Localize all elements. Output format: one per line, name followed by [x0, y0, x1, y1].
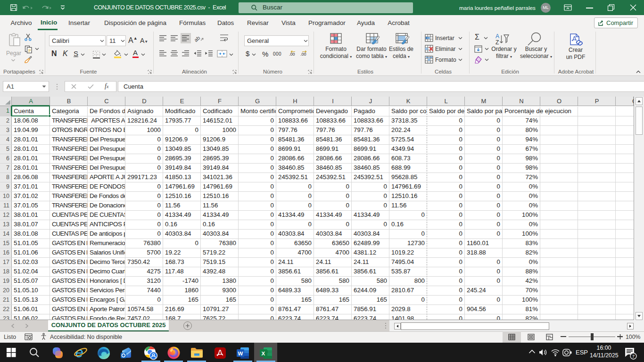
svg-text:7: 7	[632, 354, 635, 359]
svg-text:Z: Z	[495, 39, 499, 46]
svg-text:X: X	[262, 351, 265, 356]
svg-text:ab: ab	[195, 35, 201, 42]
svg-text:A: A	[495, 33, 499, 40]
svg-text:W: W	[238, 351, 243, 356]
